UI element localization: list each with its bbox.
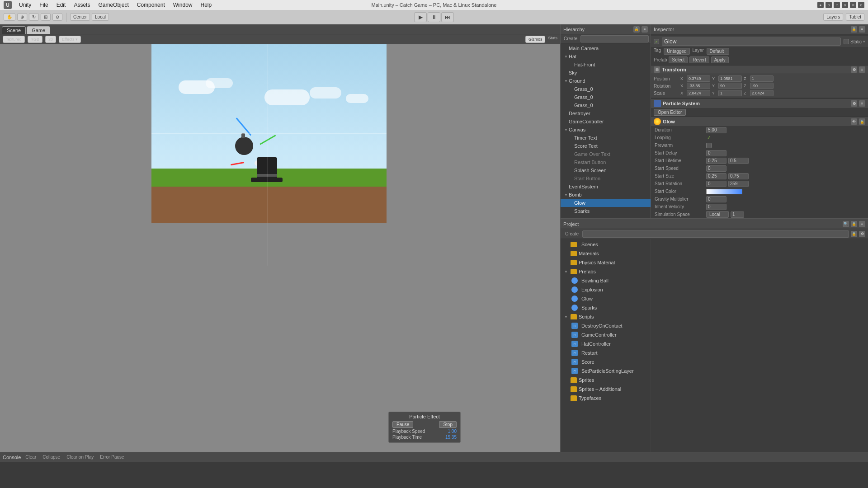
prefab-revert-btn[interactable]: Revert [689,56,709,63]
transform-move[interactable]: ⊕ [17,13,27,21]
pause-btn[interactable]: Pause [392,421,413,428]
project-search-input[interactable] [582,230,849,238]
tree-timer-text[interactable]: Timer Text [561,134,651,142]
tree-hat[interactable]: Hat [561,52,651,61]
collapse-btn[interactable]: Collapse [41,454,62,460]
proj-prefabs[interactable]: Prefabs [561,267,651,276]
rot-x-input[interactable] [687,83,710,89]
scale-y-input[interactable] [718,90,742,96]
prefab-apply-btn[interactable]: Apply [711,56,729,63]
proj-destroy-on-contact[interactable]: C DestroyOnContact [561,321,651,330]
pivot-btn[interactable]: Center [70,13,90,21]
proj-glow[interactable]: Glow [561,294,651,303]
menu-file[interactable]: File [36,1,52,9]
layout-dropdown[interactable]: Tablet [846,13,864,21]
tree-main-camera[interactable]: Main Camera [561,44,651,52]
tag-value[interactable]: Untagged [664,48,689,55]
error-pause-btn[interactable]: Error Pause [98,454,126,460]
console-icon-4[interactable]: 0 [842,2,848,8]
scale-z-input[interactable] [750,90,774,96]
object-name-field[interactable] [662,38,841,46]
tree-destroyer[interactable]: Destroyer [561,109,651,117]
proj-restart[interactable]: C Restart [561,348,651,357]
space-btn[interactable]: Local [92,13,109,21]
gravity-input[interactable] [706,196,726,202]
gizmos-btn[interactable]: Gizmos [525,36,546,43]
pos-y-input[interactable] [718,75,742,82]
glow-active-checkbox[interactable]: ✓ [654,39,659,44]
tree-grass-0a[interactable]: Grass_0 [561,85,651,93]
console-icon-5[interactable]: ✕ [850,2,856,8]
textured-btn[interactable]: Textured [3,36,25,43]
transform-section[interactable]: ⊞ Transform ⚙ ≡ [651,65,868,74]
tree-gamecontroller[interactable]: GameController [561,117,651,126]
proj-typefaces[interactable]: Typefaces [561,394,651,403]
simulation-space-value[interactable]: Local [706,211,729,218]
start-rotation-input1[interactable] [706,181,726,187]
proj-explosion[interactable]: Explosion [561,285,651,294]
tree-ground[interactable]: Ground [561,77,651,85]
transform-menu-icon[interactable]: ≡ [859,66,865,73]
pos-z-input[interactable] [750,75,774,82]
project-lock-icon[interactable]: 🔒 [851,221,857,227]
clear-btn[interactable]: Clear [24,454,38,460]
proj-scenes[interactable]: _Scenes [561,240,651,249]
menu-edit[interactable]: Edit [53,1,70,9]
hierarchy-menu-icon[interactable]: ≡ [642,26,648,33]
proj-scripts[interactable]: Scripts [561,312,651,321]
ps-settings-icon[interactable]: ⚙ [851,100,857,107]
proj-game-controller-script[interactable]: C GameController [561,330,651,339]
layer-value[interactable]: Default [707,48,729,55]
console-icon-6[interactable]: 0 [858,2,864,8]
console-icon-2[interactable]: 0 [826,2,832,8]
console-icon-1[interactable]: ● [817,2,824,8]
step-button[interactable]: ⏭ [441,12,454,22]
tree-sparks[interactable]: Sparks [561,207,651,215]
tab-game[interactable]: Game [27,26,50,34]
transform-rect[interactable]: ⊙ [52,13,62,21]
inherit-velocity-input[interactable] [706,204,726,210]
duration-input[interactable] [706,127,726,133]
menu-help[interactable]: Help [197,1,215,9]
tab-scene[interactable]: Scene [2,26,26,34]
prewarm-checkbox[interactable] [706,143,712,148]
effects-btn[interactable]: Effects ▾ [59,36,81,43]
prefab-select-btn[interactable]: Select [669,56,688,63]
menu-gameobject[interactable]: GameObject [94,1,132,9]
hierarchy-search[interactable] [580,35,649,42]
rgb-btn[interactable]: RGB [28,36,43,43]
layers-dropdown[interactable]: Layers [823,13,843,21]
inspector-lock-icon[interactable]: 🔒 [851,26,857,33]
looping-checkbox[interactable]: ✓ [706,135,712,141]
start-rotation-input2[interactable] [728,181,749,187]
project-menu-icon[interactable]: ≡ [859,221,865,227]
tree-score-text[interactable]: Score Text [561,142,651,150]
project-lock2-icon[interactable]: 🔒 [851,231,857,237]
tree-restart-btn[interactable]: Restart Button [561,158,651,166]
tree-grass-0b[interactable]: Grass_0 [561,93,651,101]
pause-button[interactable]: ⏸ [428,12,440,22]
glow-eye-icon[interactable]: 👁 [851,118,857,125]
tree-splash-screen[interactable]: Splash Screen [561,166,651,174]
start-speed-input[interactable] [706,165,726,172]
start-delay-input[interactable] [706,150,726,156]
console-icon-3[interactable]: ⚠ [834,2,840,8]
pos-x-input[interactable] [687,75,710,82]
proj-score[interactable]: C Score [561,357,651,366]
static-checkbox[interactable] [844,39,849,44]
tree-canvas[interactable]: Canvas [561,126,651,134]
transform-hand[interactable]: ✋ [4,13,15,21]
start-size-input1[interactable] [706,173,726,179]
tree-grass-0c[interactable]: Grass_0 [561,101,651,109]
menu-unity[interactable]: Unity [15,1,35,9]
tree-gameover-text[interactable]: Game Over Text [561,150,651,158]
tree-hat-front[interactable]: Hat-Front [561,61,651,69]
proj-set-particle-sorting[interactable]: C SetParticleSortingLayer [561,366,651,375]
proj-sprites[interactable]: Sprites [561,375,651,385]
tree-start-btn[interactable]: Start Button [561,174,651,183]
proj-sprites-additional[interactable]: Sprites – Additional [561,385,651,394]
tree-eventsystem[interactable]: EventSystem [561,183,651,191]
project-settings-icon[interactable]: ⚙ [859,231,865,237]
clear-on-play-btn[interactable]: Clear on Play [65,454,95,460]
tree-sky[interactable]: Sky [561,69,651,77]
